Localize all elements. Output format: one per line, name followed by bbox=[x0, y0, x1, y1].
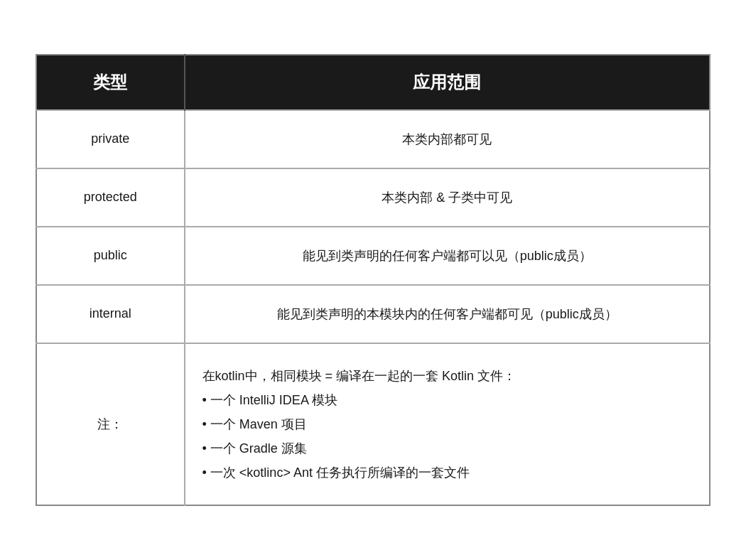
table-row: protected 本类内部 & 子类中可见 bbox=[36, 168, 710, 227]
row-type-internal: internal bbox=[36, 285, 185, 343]
row-scope-note: 在kotlin中，相同模块 = 编译在一起的一套 Kotlin 文件： • 一个… bbox=[185, 343, 710, 506]
row-scope-internal: 能见到类声明的本模块内的任何客户端都可见（public成员） bbox=[185, 285, 710, 343]
note-bullet4: • 一次 <kotlinc> Ant 任务执行所编译的一套文件 bbox=[202, 461, 692, 485]
table-row-note: 注： 在kotlin中，相同模块 = 编译在一起的一套 Kotlin 文件： •… bbox=[36, 343, 710, 506]
note-bullet2: • 一个 Maven 项目 bbox=[202, 412, 692, 436]
header-type: 类型 bbox=[36, 55, 185, 110]
row-scope-private: 本类内部都可见 bbox=[185, 110, 710, 168]
row-type-note: 注： bbox=[36, 343, 185, 506]
table-container: 类型 应用范围 private 本类内部都可见 protected 本类内部 &… bbox=[36, 54, 710, 507]
table-row: internal 能见到类声明的本模块内的任何客户端都可见（public成员） bbox=[36, 285, 710, 343]
row-type-private: private bbox=[36, 110, 185, 168]
visibility-table: 类型 应用范围 private 本类内部都可见 protected 本类内部 &… bbox=[36, 54, 710, 507]
note-bullet3: • 一个 Gradle 源集 bbox=[202, 436, 692, 461]
page-wrapper: 类型 应用范围 private 本类内部都可见 protected 本类内部 &… bbox=[0, 0, 746, 560]
row-type-public: public bbox=[36, 227, 185, 285]
table-header-row: 类型 应用范围 bbox=[36, 55, 710, 110]
note-line1: 在kotlin中，相同模块 = 编译在一起的一套 Kotlin 文件： bbox=[202, 364, 692, 388]
row-type-protected: protected bbox=[36, 168, 185, 227]
row-scope-public: 能见到类声明的任何客户端都可以见（public成员） bbox=[185, 227, 710, 285]
row-scope-protected: 本类内部 & 子类中可见 bbox=[185, 168, 710, 227]
table-row: private 本类内部都可见 bbox=[36, 110, 710, 168]
header-scope: 应用范围 bbox=[185, 55, 710, 110]
note-bullet1: • 一个 IntelliJ IDEA 模块 bbox=[202, 388, 692, 412]
table-row: public 能见到类声明的任何客户端都可以见（public成员） bbox=[36, 227, 710, 285]
